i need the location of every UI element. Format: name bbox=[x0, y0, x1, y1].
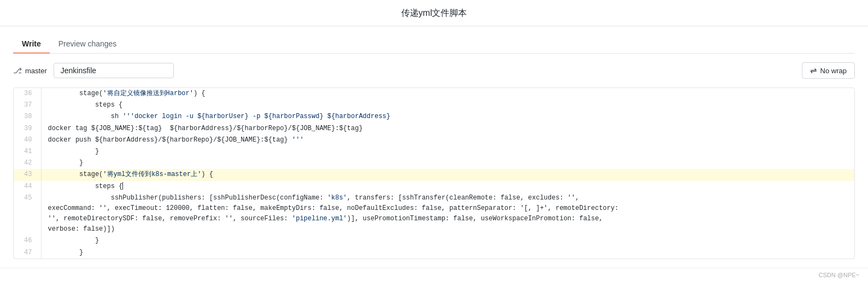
toolbar-left: ⎇ master bbox=[13, 63, 174, 78]
line-num: 40 bbox=[14, 134, 41, 146]
table-row: 40 docker push ${harborAddress}/${harbor… bbox=[14, 134, 854, 146]
filename-input[interactable] bbox=[54, 63, 174, 78]
tabs-row: Write Preview changes bbox=[13, 35, 855, 54]
page-title: 传递yml文件脚本 bbox=[401, 8, 467, 17]
line-num: 42 bbox=[14, 157, 41, 169]
text-cursor bbox=[122, 182, 123, 190]
line-num: 36 bbox=[14, 88, 41, 99]
line-code[interactable]: } bbox=[41, 235, 854, 247]
line-num: 39 bbox=[14, 123, 41, 134]
line-num: 47 bbox=[14, 247, 41, 259]
table-row: 45 sshPublisher(publishers: [sshPublishe… bbox=[14, 192, 854, 236]
line-code[interactable]: stage('将自定义镜像推送到Harbor') { bbox=[41, 88, 854, 99]
table-row: 39 docker tag ${JOB_NAME}:${tag} ${harbo… bbox=[14, 123, 854, 134]
tab-write[interactable]: Write bbox=[13, 35, 50, 54]
tab-preview[interactable]: Preview changes bbox=[50, 35, 126, 54]
table-row: 36 stage('将自定义镜像推送到Harbor') { bbox=[14, 88, 854, 99]
line-code[interactable]: } bbox=[41, 247, 854, 259]
no-wrap-icon: ⇌ bbox=[810, 66, 817, 75]
line-code[interactable]: steps { bbox=[41, 99, 854, 111]
line-num: 37 bbox=[14, 99, 41, 111]
line-num: 45 bbox=[14, 192, 41, 236]
no-wrap-button[interactable]: ⇌ No wrap bbox=[802, 62, 855, 79]
toolbar-row: ⎇ master ⇌ No wrap bbox=[13, 62, 855, 79]
line-num: 43 bbox=[14, 169, 41, 180]
branch-icon: ⎇ bbox=[13, 66, 22, 75]
line-code[interactable]: stage('将yml文件传到k8s-master上') { bbox=[41, 169, 854, 180]
table-row: 42 } bbox=[14, 157, 854, 169]
branch-name: master bbox=[25, 67, 47, 75]
table-row: 43 stage('将yml文件传到k8s-master上') { bbox=[14, 169, 854, 180]
code-table: 36 stage('将自定义镜像推送到Harbor') { 37 steps {… bbox=[14, 88, 854, 259]
line-code[interactable]: } bbox=[41, 146, 854, 157]
page-title-bar: 传递yml文件脚本 bbox=[0, 0, 868, 26]
editor-container: Write Preview changes ⎇ master ⇌ No wrap… bbox=[0, 26, 868, 268]
footer-credit: CSDN @NPE~ bbox=[819, 272, 859, 278]
no-wrap-label: No wrap bbox=[820, 67, 847, 75]
line-code[interactable]: } bbox=[41, 157, 854, 169]
footer-bar: CSDN @NPE~ bbox=[0, 268, 868, 282]
table-row: 37 steps { bbox=[14, 99, 854, 111]
line-code[interactable]: steps { bbox=[41, 181, 854, 192]
table-row: 47 } bbox=[14, 247, 854, 259]
line-code[interactable]: docker push ${harborAddress}/${harborRep… bbox=[41, 134, 854, 146]
table-row: 46 } bbox=[14, 235, 854, 247]
line-num: 44 bbox=[14, 181, 41, 192]
line-code[interactable]: sshPublisher(publishers: [sshPublisherDe… bbox=[41, 192, 854, 236]
line-num: 46 bbox=[14, 235, 41, 247]
line-num: 38 bbox=[14, 111, 41, 122]
table-row: 44 steps { bbox=[14, 181, 854, 192]
line-num: 41 bbox=[14, 146, 41, 157]
line-code[interactable]: sh '''docker login -u ${harborUser} -p $… bbox=[41, 111, 854, 122]
branch-indicator: ⎇ master bbox=[13, 66, 47, 75]
line-code[interactable]: docker tag ${JOB_NAME}:${tag} ${harborAd… bbox=[41, 123, 854, 134]
table-row: 38 sh '''docker login -u ${harborUser} -… bbox=[14, 111, 854, 122]
table-row: 41 } bbox=[14, 146, 854, 157]
code-area[interactable]: 36 stage('将自定义镜像推送到Harbor') { 37 steps {… bbox=[13, 87, 855, 259]
